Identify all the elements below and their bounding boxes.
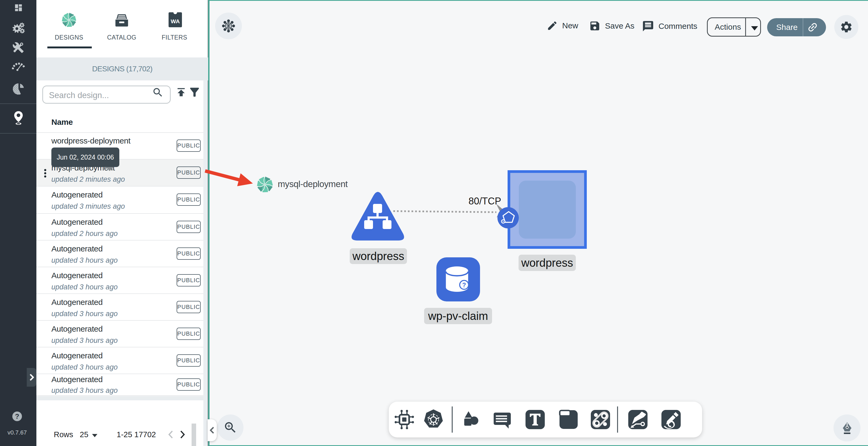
svg-text:WA: WA <box>171 18 180 24</box>
svg-text:?: ? <box>462 282 466 288</box>
